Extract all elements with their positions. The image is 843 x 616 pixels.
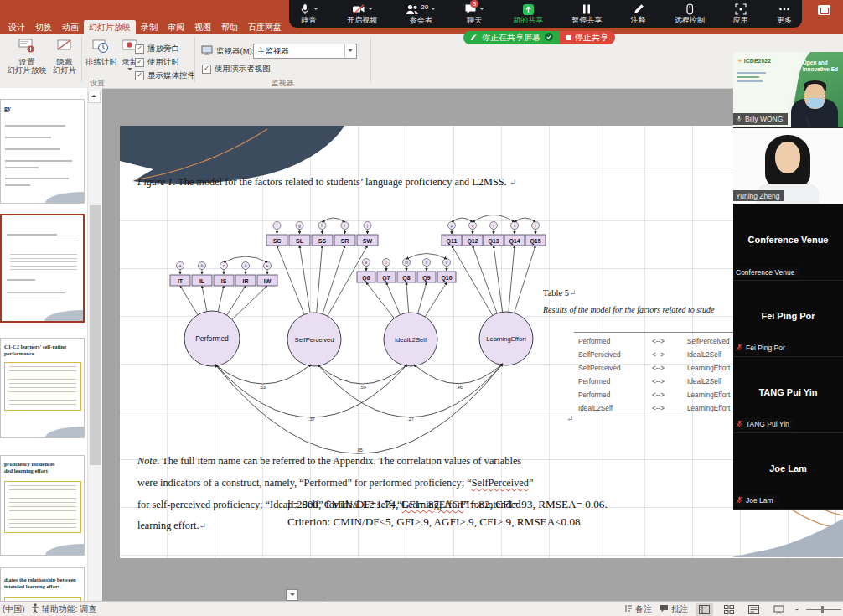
monitor-dropdown-value: 主监视器	[257, 46, 289, 55]
ribbon-tab-8[interactable]: 百度网盘	[243, 20, 287, 35]
ribbon-tab-5[interactable]: 审阅	[163, 20, 189, 35]
slide-thumbnail-1[interactable]: gy	[0, 99, 85, 204]
language-indicator[interactable]: (中国)	[3, 603, 25, 615]
indicator-label: IT	[178, 278, 184, 284]
slide-thumbnail-3[interactable]: C1-C2 learners' self-rating performance	[0, 338, 85, 438]
mouse-icon	[685, 3, 695, 17]
setup-slideshow-button[interactable]: 设置 幻灯片放映	[5, 38, 49, 74]
ribbon-tab-3[interactable]: 幻灯片放映	[84, 20, 136, 35]
thumbnail-title: C1-C2 learners' self-rating performance	[4, 344, 81, 357]
indicator-label: IS	[221, 278, 227, 284]
slide-thumbnail-4[interactable]: proficiency influencesded learning effor…	[0, 455, 85, 556]
chevron-down-icon[interactable]	[368, 8, 373, 13]
thumbnail-title: gy	[4, 106, 11, 112]
covariance-arc	[215, 364, 503, 453]
monitor-field-label: 监视器(M):	[201, 45, 254, 57]
fit-line1: p=.000, CMIN/DF=1.74, GFI=.87, AGFI=.82,…	[287, 498, 608, 511]
mic-muted-icon	[736, 496, 743, 505]
zoom-out-button[interactable]: -	[795, 603, 799, 615]
chevron-down-icon[interactable]	[479, 8, 484, 13]
play-narrations-checkbox[interactable]: ✓ 播放旁白	[135, 44, 179, 54]
pen-icon	[633, 3, 644, 17]
annotate-button[interactable]: 注释	[631, 3, 646, 24]
thumb-callout-box	[4, 362, 81, 411]
new-share-button[interactable]: 新的共享	[513, 3, 543, 24]
zoom-slider-thumb[interactable]	[821, 606, 824, 613]
remote-control-button[interactable]: 远程控制	[675, 3, 705, 24]
share-indicator-icon[interactable]	[818, 5, 830, 15]
participant-name-center: Conference Venue	[733, 235, 843, 245]
checkbox-checked: ✓	[202, 65, 211, 74]
status-bar: (中国) 辅助功能: 调查 备注 批注	[0, 601, 843, 616]
comments-button[interactable]: 批注	[659, 603, 688, 615]
table-cell: <-->	[652, 391, 665, 399]
participant-tile-fei[interactable]: Fei Ping Por Fei Ping Por	[733, 281, 843, 357]
divider	[327, 598, 843, 598]
figure-caption: Figure 1. The model for the factors rela…	[137, 176, 516, 189]
loading-arrow	[227, 286, 246, 315]
zoom-slider[interactable]	[806, 609, 841, 610]
ribbon-tab-0[interactable]: 设计	[3, 20, 30, 35]
thumbnail-scrollbar[interactable]	[87, 88, 102, 601]
ribbon-tab-1[interactable]: 切换	[30, 20, 57, 35]
ribbon-tab-4[interactable]: 录制	[136, 20, 163, 35]
thumb-decoration	[49, 214, 85, 241]
button-label: 幻灯片放映	[7, 65, 47, 75]
scrollbar-thumb[interactable]	[90, 205, 101, 465]
participant-tile-tang[interactable]: TANG Pui Yin TANG Pui Yin	[733, 357, 843, 433]
loading-arrow	[202, 286, 207, 312]
sem-diagram: ITaILbIScIRdIWeSCfSLgSShSRiSWjQ6kQ7lQ8mQ…	[132, 208, 572, 459]
dropdown-button[interactable]	[286, 589, 298, 601]
table-cell: Performed	[578, 378, 610, 386]
more-icon	[778, 3, 790, 17]
slide-thumbnail-2-selected[interactable]	[0, 214, 85, 323]
latent-factor-label: Performed	[195, 334, 229, 343]
thumb-decoration	[44, 310, 83, 321]
model-fit-statistics: p=.000, CMIN/DF=1.74, GFI=.87, AGFI=.82,…	[287, 498, 608, 529]
slideshow-view-button[interactable]	[770, 603, 788, 616]
reading-view-button[interactable]	[745, 603, 763, 616]
participants-panel: ✳ ICDE2022 Open and Innovative Ed Billy …	[733, 52, 843, 505]
camera-off-icon	[352, 3, 365, 17]
hide-slide-icon	[50, 38, 79, 56]
participant-tile-yuning[interactable]: Yuning Zheng	[733, 128, 843, 204]
ribbon-tab-7[interactable]: 帮助	[216, 20, 243, 35]
participant-tile-venue[interactable]: Conference Venue Conference Venue	[733, 204, 843, 281]
slide-sorter-view-button[interactable]	[721, 603, 737, 616]
pause-share-button[interactable]: 暂停共享	[571, 3, 602, 24]
rehearse-timings-button[interactable]: 排练计时	[84, 38, 119, 66]
chat-button[interactable]: 3 聊天	[464, 3, 484, 24]
presenter-view-checkbox[interactable]: ✓ 使用演示者视图	[202, 64, 271, 75]
loading-arrow	[473, 246, 497, 313]
scrollbar-up-arrow[interactable]	[88, 91, 101, 103]
participant-name-label: Yuning Zheng	[733, 190, 784, 201]
monitor-dropdown[interactable]: 主监视器	[253, 44, 357, 59]
return-mark: ↵	[509, 178, 516, 187]
loading-arrow	[232, 286, 267, 319]
pause-icon	[582, 3, 592, 17]
ribbon-tab-6[interactable]: 视图	[189, 20, 216, 35]
participant-tile-billy[interactable]: ✳ ICDE2022 Open and Innovative Ed Billy …	[733, 52, 843, 128]
apps-button[interactable]: 应用	[733, 3, 748, 24]
slide-thumbnail-5[interactable]: diates the relationship betweenintended …	[0, 567, 85, 601]
participant-tile-joe[interactable]: Joe Lam Joe Lam	[733, 433, 843, 510]
stop-share-button[interactable]: 停止共享	[560, 31, 615, 44]
checkbox-label: 使用演示者视图	[215, 64, 271, 75]
notes-button[interactable]: 备注	[624, 603, 652, 615]
checkbox-checked: ✓	[135, 58, 144, 67]
ribbon-tab-2[interactable]: 动画	[57, 20, 84, 35]
hide-slide-button[interactable]: 隐藏 幻灯片	[50, 38, 79, 74]
chevron-down-icon[interactable]	[431, 8, 436, 13]
table-cell: SelfPerceived	[578, 351, 621, 359]
start-video-button[interactable]: 开启视频	[347, 3, 377, 24]
mute-button[interactable]: 静音	[299, 3, 318, 24]
participants-button[interactable]: 20 参会者	[406, 3, 436, 24]
chevron-down-icon[interactable]	[313, 8, 318, 13]
screen: 设计切换动画幻灯片放映录制审阅视图帮助百度网盘 设置 幻灯片放映 隐藏 幻灯片 …	[0, 0, 843, 616]
indicator-label: IL	[199, 278, 205, 284]
accessibility-status[interactable]: 辅助功能: 调查	[31, 603, 97, 615]
use-timings-checkbox[interactable]: ✓ 使用计时	[135, 57, 179, 68]
latent-factor-label: IdealL2Self	[395, 336, 427, 344]
more-button[interactable]: 更多	[777, 3, 792, 24]
normal-view-button[interactable]	[696, 603, 713, 616]
